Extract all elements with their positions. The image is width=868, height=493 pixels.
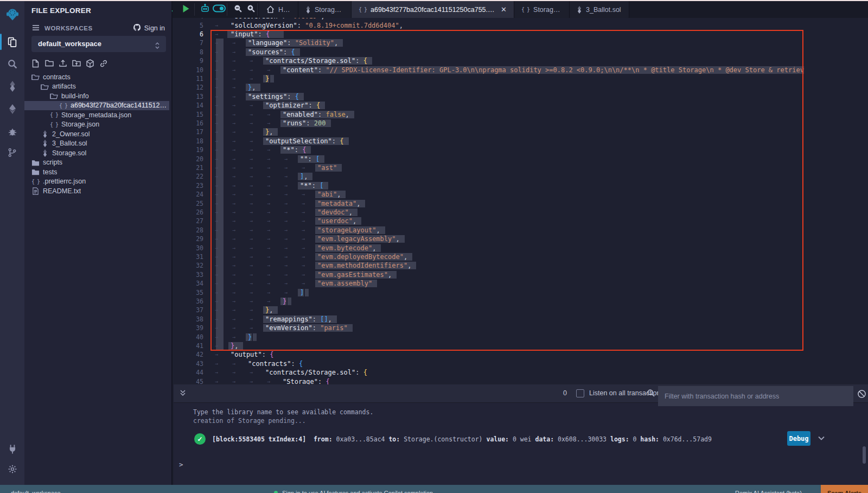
- tab-a69b43f277ba20fcac141151250ca755-json[interactable]: { }a69b43f277ba20fcac141151250ca755.json…: [352, 1, 514, 18]
- sidebar-item-deploy-run[interactable]: [0, 100, 24, 118]
- code-line[interactable]: 19→→→→"*": {: [174, 146, 804, 154]
- line-number[interactable]: 42: [174, 350, 203, 359]
- line-number[interactable]: 17: [174, 128, 203, 136]
- tree-item[interactable]: Storage.sol: [24, 148, 169, 158]
- line-number[interactable]: 31: [174, 252, 203, 261]
- new-file-icon[interactable]: [31, 59, 40, 68]
- code-line[interactable]: 35→→→→→]: [174, 288, 804, 297]
- line-number[interactable]: 28: [174, 226, 203, 235]
- code-line[interactable]: 18→→→"outputSelection": {: [174, 137, 804, 146]
- expand-tx-icon[interactable]: [817, 434, 826, 445]
- line-number[interactable]: 37: [174, 306, 203, 314]
- remixd-button[interactable]: [199, 1, 212, 18]
- tree-item[interactable]: 3_Ballot.sol: [24, 139, 169, 149]
- code-line[interactable]: 16→→→→"runs": 200: [174, 119, 804, 128]
- toggle-button[interactable]: [213, 1, 226, 18]
- line-number[interactable]: 33: [174, 270, 203, 279]
- code-line[interactable]: 33→→→→→→"evm.gasEstimates",: [174, 270, 804, 279]
- line-number[interactable]: 11: [174, 74, 203, 83]
- line-number[interactable]: 36: [174, 297, 203, 306]
- sidebar-item-settings[interactable]: [0, 460, 24, 478]
- tree-item[interactable]: { }Storage.json: [24, 120, 169, 130]
- line-number[interactable]: 40: [174, 333, 203, 342]
- tree-item[interactable]: { }Storage_metadata.json: [24, 110, 169, 120]
- search-icon[interactable]: [647, 389, 655, 400]
- code-line[interactable]: 42→"output": {: [174, 350, 804, 359]
- line-number[interactable]: 44: [174, 368, 203, 377]
- code-line[interactable]: 32→→→→→→"evm.methodIdentifiers",: [174, 261, 804, 270]
- code-line[interactable]: 29→→→→→→"evm.legacyAssembly",: [174, 235, 804, 243]
- code-line[interactable]: 22→→→→→],: [174, 172, 804, 181]
- sign-in-button[interactable]: Sign in: [133, 23, 165, 33]
- code-line[interactable]: 28→→→→→→"storageLayout",: [174, 226, 804, 235]
- code-line[interactable]: 20→→→→→"": [: [174, 155, 804, 163]
- tree-item[interactable]: artifacts: [24, 82, 169, 92]
- line-number[interactable]: 23: [174, 181, 203, 190]
- sidebar-item-git[interactable]: [0, 143, 24, 162]
- sidebar-item-file-explorer[interactable]: [0, 33, 24, 51]
- zoom-in-button[interactable]: [244, 1, 257, 18]
- line-number[interactable]: 7: [174, 39, 203, 47]
- line-number[interactable]: 27: [174, 217, 203, 225]
- code-line[interactable]: 40→→}: [174, 333, 804, 342]
- terminal-prompt[interactable]: >: [179, 460, 183, 469]
- line-number[interactable]: 21: [174, 163, 203, 172]
- zoom-out-button[interactable]: [231, 1, 244, 18]
- tab-storage-json[interactable]: { }Storage.json: [514, 1, 570, 18]
- code-line[interactable]: 43→→"contracts": {: [174, 359, 804, 368]
- line-number[interactable]: 35: [174, 288, 203, 297]
- code-line[interactable]: 7→→"language": "Solidity",: [174, 39, 804, 47]
- line-number[interactable]: 5: [174, 21, 203, 30]
- code-line[interactable]: 30→→→→→→"evm.bytecode",: [174, 244, 804, 252]
- tree-item[interactable]: { }a69b43f277ba20fcac141151250ca7...: [24, 101, 169, 111]
- code-line[interactable]: 34→→→→→→"evm.assembly": [174, 279, 804, 288]
- transaction-filter-input[interactable]: [658, 386, 853, 406]
- code-line[interactable]: 25→→→→→→"metadata",: [174, 199, 804, 208]
- code-line[interactable]: 26→→→→→→"devdoc",: [174, 208, 804, 217]
- code-line[interactable]: 23→→→→→"*": [: [174, 181, 804, 190]
- code-line[interactable]: 27→→→→→→"userdoc",: [174, 217, 804, 225]
- collapse-terminal-icon[interactable]: [179, 389, 187, 399]
- code-line[interactable]: 5→"solcLongVersion": "0.8.19+commit.7dd6…: [174, 21, 804, 30]
- tab-storage-sol[interactable]: Storage.sol: [298, 1, 352, 18]
- tree-item[interactable]: build-info: [24, 91, 169, 101]
- listen-all-checkbox[interactable]: [576, 389, 584, 397]
- line-number[interactable]: 12: [174, 83, 203, 92]
- upload-file-icon[interactable]: [59, 59, 67, 68]
- code-line[interactable]: 38→→→"remappings": [],: [174, 315, 804, 324]
- sidebar-item-plugin-manager[interactable]: [0, 440, 24, 458]
- run-script-button[interactable]: [179, 1, 192, 18]
- line-number[interactable]: 14: [174, 101, 203, 110]
- code-line[interactable]: 39→→→"evmVersion": "paris": [174, 324, 804, 332]
- line-number[interactable]: 18: [174, 137, 203, 146]
- line-number[interactable]: 34: [174, 279, 203, 288]
- code-line[interactable]: 37→→→},: [174, 306, 804, 314]
- publish-to-gist-icon[interactable]: [86, 59, 94, 68]
- code-line[interactable]: 21→→→→→→"ast": [174, 163, 804, 172]
- code-line[interactable]: 24→→→→→→"abi",: [174, 190, 804, 199]
- line-number[interactable]: 32: [174, 261, 203, 270]
- terminal-scrollbar[interactable]: [863, 446, 866, 464]
- line-number[interactable]: 29: [174, 235, 203, 243]
- line-number[interactable]: 25: [174, 199, 203, 208]
- code-line[interactable]: 8→→"sources": {: [174, 48, 804, 56]
- tab-home[interactable]: Home: [259, 1, 298, 18]
- code-line[interactable]: 36→→→→}: [174, 297, 804, 306]
- line-number[interactable]: 26: [174, 208, 203, 217]
- code-line[interactable]: 41→},: [174, 342, 804, 350]
- tab-3-ballot-sol[interactable]: 3_Ballot.sol: [570, 1, 629, 18]
- transaction-log-row[interactable]: ✓ [block:5583405 txIndex:4] from: 0xa03.…: [189, 431, 861, 448]
- tree-item[interactable]: tests: [24, 167, 169, 177]
- line-number[interactable]: 19: [174, 146, 203, 154]
- code-line[interactable]: 9→→→"contracts/Storage.sol": {: [174, 56, 804, 65]
- code-line[interactable]: 14→→→"optimizer": {: [174, 101, 804, 110]
- tree-item[interactable]: 2_Owner.sol: [24, 129, 169, 139]
- scam-alerts-button[interactable]: Scam Alerts: [821, 485, 868, 493]
- line-number[interactable]: 10: [174, 66, 203, 74]
- line-number[interactable]: 16: [174, 119, 203, 128]
- line-number[interactable]: 13: [174, 92, 203, 101]
- line-number[interactable]: 22: [174, 172, 203, 181]
- close-tab-icon[interactable]: ✕: [501, 5, 507, 14]
- upload-folder-icon[interactable]: [72, 59, 81, 68]
- line-number[interactable]: 9: [174, 56, 203, 65]
